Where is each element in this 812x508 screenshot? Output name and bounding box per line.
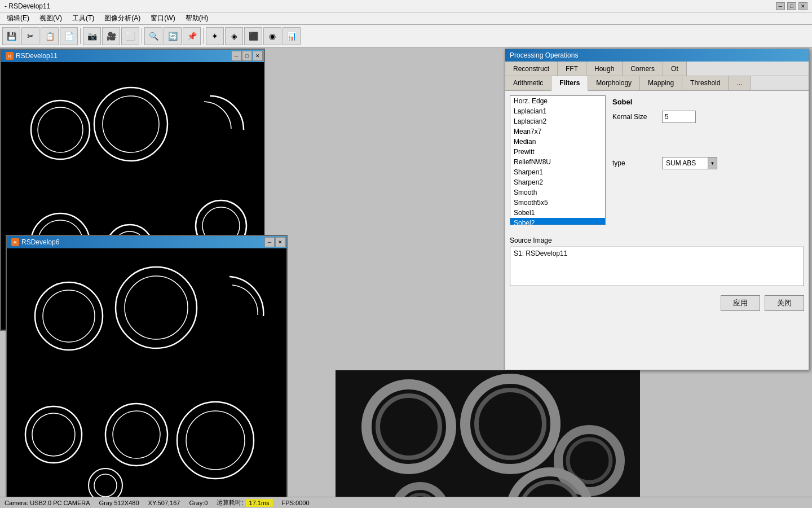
bottom-right-panel	[336, 370, 640, 508]
filter-laplacian1[interactable]: Laplacian1	[510, 106, 605, 116]
filter-horz-edge[interactable]: Horz. Edge	[510, 96, 605, 106]
filter-sharpen2[interactable]: Sharpen2	[510, 177, 605, 187]
status-bar: Camera: USB2.0 PC CAMERA Gray 512X480 XY…	[0, 497, 812, 508]
subwin-11-icon: R	[6, 52, 14, 60]
source-image-label: Source Image	[510, 237, 804, 244]
filter-list[interactable]: Horz. Edge Laplacian1 Laplacian2 Mean7x7…	[510, 95, 606, 225]
menu-help[interactable]: 帮助(H)	[181, 12, 213, 24]
filter-smooth5x5[interactable]: Smooth5x5	[510, 198, 605, 208]
close-button[interactable]: 关闭	[765, 295, 804, 311]
subwin-6-close[interactable]: ✕	[275, 237, 285, 247]
subwin-6-controls: ─ ✕	[264, 237, 285, 247]
app-title: - RSDevelop11	[5, 2, 50, 10]
filter-sharpen1[interactable]: Sharpen1	[510, 167, 605, 177]
filter-median[interactable]: Median	[510, 137, 605, 147]
tab-fft[interactable]: FFT	[558, 62, 586, 76]
status-resolution: Gray 512X480	[99, 500, 139, 506]
status-coords: XY:507,167	[148, 500, 180, 506]
rings-subwin6-image	[7, 248, 286, 508]
close-main-btn[interactable]: ✕	[798, 2, 807, 10]
sobel-title: Sobel	[612, 98, 802, 106]
type-label: type	[612, 159, 657, 167]
tab-threshold[interactable]: Threshold	[682, 76, 729, 90]
processing-operations-panel: Processing Operations Reconstruct FFT Ho…	[505, 49, 809, 370]
status-time-value: 17.1ms	[246, 499, 273, 507]
toolbar-rotate[interactable]: 🔄	[164, 27, 182, 45]
toolbar-camera[interactable]: 📷	[83, 27, 101, 45]
tabs-row1: Reconstruct FFT Hough Corners Ot	[505, 62, 809, 76]
filter-section: Horz. Edge Laplacian1 Laplacian2 Mean7x7…	[505, 91, 809, 230]
subwin-11-close[interactable]: ✕	[253, 51, 263, 61]
tab-corners[interactable]: Corners	[623, 62, 663, 76]
kernal-size-label: Kernal Size	[612, 113, 657, 121]
tab-mapping[interactable]: Mapping	[640, 76, 682, 90]
subwin-6-minimize[interactable]: ─	[264, 237, 275, 247]
subwin-11-minimize[interactable]: ─	[231, 51, 241, 61]
tab-filters[interactable]: Filters	[551, 76, 588, 91]
subwin-6-canvas	[7, 248, 286, 508]
tab-morphology[interactable]: Morphology	[588, 76, 640, 90]
type-select[interactable]: SUM ABS ▼	[662, 157, 717, 169]
toolbar-cut[interactable]: ✂	[21, 27, 39, 45]
toolbar-chart[interactable]: 📊	[283, 27, 301, 45]
toolbar-save[interactable]: 💾	[2, 27, 20, 45]
filter-sobel2[interactable]: Sobel2	[510, 218, 605, 225]
sep3	[203, 28, 204, 44]
menu-window[interactable]: 窗口(W)	[146, 12, 179, 24]
toolbar-pin[interactable]: 📌	[183, 27, 201, 45]
tab-arithmetic[interactable]: Arithmetic	[505, 76, 551, 90]
status-camera: Camera: USB2.0 PC CAMERA	[5, 500, 90, 506]
menu-edit[interactable]: 编辑(E)	[2, 12, 34, 24]
title-bar: - RSDevelop11 ─ □ ✕	[0, 0, 812, 12]
filter-settings: Sobel Kernal Size type SUM ABS ▼	[610, 95, 804, 225]
minimize-btn[interactable]: ─	[776, 2, 785, 10]
toolbar-draw4[interactable]: ◉	[263, 27, 281, 45]
subwin-11-controls: ─ □ ✕	[231, 51, 263, 61]
sep1	[80, 28, 81, 44]
toolbar-copy[interactable]: 📋	[41, 27, 59, 45]
window-controls: ─ □ ✕	[776, 2, 807, 10]
toolbar-draw2[interactable]: ◈	[225, 27, 243, 45]
tab-reconstruct[interactable]: Reconstruct	[505, 62, 558, 76]
subwin-6-title: RSDevelop6	[21, 238, 59, 246]
tab-hough[interactable]: Hough	[586, 62, 623, 76]
type-value: SUM ABS	[663, 158, 708, 168]
toolbar-video[interactable]: 🎥	[102, 27, 120, 45]
filter-sobel1[interactable]: Sobel1	[510, 208, 605, 218]
toolbar-zoom[interactable]: 🔍	[144, 27, 162, 45]
filter-laplacian2[interactable]: Laplacian2	[510, 116, 605, 126]
bottom-right-image	[336, 370, 640, 508]
menu-view[interactable]: 视图(V)	[35, 12, 67, 24]
subwin-6-header: R RSDevelop6 ─ ✕	[7, 236, 286, 248]
toolbar-draw1[interactable]: ✦	[206, 27, 224, 45]
menu-bar: 编辑(E) 视图(V) 工具(T) 图像分析(A) 窗口(W) 帮助(H)	[0, 12, 812, 25]
filter-reliefnw8u[interactable]: ReliefNW8U	[510, 157, 605, 167]
subwin-6: R RSDevelop6 ─ ✕	[6, 235, 288, 508]
tab-other1[interactable]: Ot	[663, 62, 687, 76]
toolbar-paste[interactable]: 📄	[60, 27, 78, 45]
status-fps: FPS:0000	[282, 500, 310, 506]
subwin-11-maximize[interactable]: □	[242, 51, 252, 61]
filter-prewitt[interactable]: Prewitt	[510, 147, 605, 157]
subwin-11-header: R RSDevelop11 ─ □ ✕	[1, 50, 264, 62]
menu-analysis[interactable]: 图像分析(A)	[100, 12, 145, 24]
kernal-size-input[interactable]	[662, 111, 696, 123]
toolbar-draw3[interactable]: ⬛	[244, 27, 262, 45]
filter-smooth[interactable]: Smooth	[510, 187, 605, 198]
proc-ops-title: Processing Operations	[505, 49, 809, 62]
apply-button[interactable]: 应用	[721, 295, 760, 311]
sep2	[142, 28, 142, 44]
status-gray: Gray:0	[189, 500, 208, 506]
maximize-btn[interactable]: □	[787, 2, 796, 10]
proc-ops-title-text: Processing Operations	[510, 51, 578, 59]
toolbar-capture[interactable]: ⬜	[121, 27, 139, 45]
action-buttons: 应用 关闭	[505, 291, 809, 316]
menu-tools[interactable]: 工具(T)	[68, 12, 99, 24]
type-dropdown-arrow[interactable]: ▼	[708, 157, 717, 169]
source-image-box: S1: RSDevelop11	[510, 247, 804, 286]
filter-mean7x7[interactable]: Mean7x7	[510, 126, 605, 137]
tab-more[interactable]: ...	[729, 76, 751, 90]
toolbar: 💾 ✂ 📋 📄 📷 🎥 ⬜ 🔍 🔄 📌 ✦ ◈ ⬛ ◉ 📊	[0, 25, 812, 47]
main-area: R RSDevelop11 ─ □ ✕	[0, 49, 812, 497]
subwin-11-title: RSDevelop11	[16, 52, 58, 60]
